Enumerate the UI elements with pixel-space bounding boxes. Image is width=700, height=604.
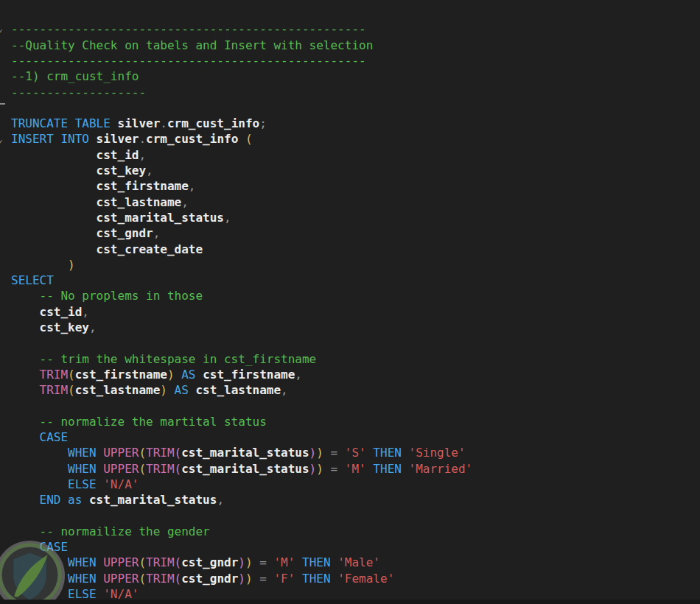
- code-line: [11, 398, 700, 414]
- fold-dash[interactable]: [0, 103, 5, 105]
- code-line: -- normailize the gender: [11, 524, 700, 539]
- code-line: -------------------: [11, 85, 700, 100]
- code-line: ): [11, 257, 700, 273]
- code-editor[interactable]: ----------------------------------------…: [0, 0, 700, 604]
- code-line: [11, 100, 700, 116]
- code-line: END as cst_marital_status,: [11, 492, 700, 508]
- code-line: TRUNCATE TABLE silver.crm_cust_info;: [11, 116, 700, 131]
- code-line: WHEN UPPER(TRIM(cst_marital_status)) = '…: [11, 461, 700, 477]
- chevron-down-icon[interactable]: ⌄: [0, 136, 5, 143]
- code-line: ELSE 'N/A': [11, 477, 700, 492]
- code-line: CASE: [11, 539, 700, 555]
- code-line: [11, 508, 700, 524]
- code-line: ----------------------------------------…: [11, 21, 700, 37]
- code-line: --1) crm_cust_info: [11, 69, 700, 84]
- code-line: -- No proplems in those: [11, 288, 700, 303]
- code-line: cst_create_date: [11, 242, 700, 257]
- editor-bottom-edge: [0, 600, 700, 604]
- code-line: [11, 335, 700, 351]
- code-line: cst_id,: [11, 304, 700, 320]
- code-line: WHEN UPPER(TRIM(cst_marital_status)) = '…: [11, 445, 700, 460]
- code-line: TRIM(cst_firstname) AS cst_firstname,: [11, 367, 700, 382]
- code-line: TRIM(cst_lastname) AS cst_lastname,: [11, 382, 700, 398]
- code-line: WHEN UPPER(TRIM(cst_gndr)) = 'M' THEN 'M…: [11, 555, 700, 570]
- code-line: INSERT INTO silver.crm_cust_info (: [11, 131, 700, 147]
- code-line: cst_key,: [11, 163, 700, 178]
- code-line: cst_gndr,: [11, 225, 700, 241]
- code-line: -- normalize the martital status: [11, 414, 700, 429]
- code-line: cst_key,: [11, 320, 700, 335]
- code-line: ----------------------------------------…: [11, 53, 700, 69]
- code-line: cst_firstname,: [11, 178, 700, 194]
- code-line: cst_lastname,: [11, 194, 700, 210]
- code-line: cst_marital_status,: [11, 210, 700, 225]
- code-line: cst_id,: [11, 147, 700, 163]
- code-line: WHEN UPPER(TRIM(cst_gndr)) = 'F' THEN 'F…: [11, 571, 700, 586]
- code-line: CASE: [11, 429, 700, 445]
- code-area[interactable]: ----------------------------------------…: [11, 21, 700, 602]
- code-line: SELECT: [11, 273, 700, 288]
- code-line: -- trim the whitespase in cst_firstname: [11, 351, 700, 367]
- chevron-down-icon[interactable]: ⌄: [0, 25, 5, 32]
- code-line: --Quality Check on tabels and Insert wit…: [11, 38, 700, 53]
